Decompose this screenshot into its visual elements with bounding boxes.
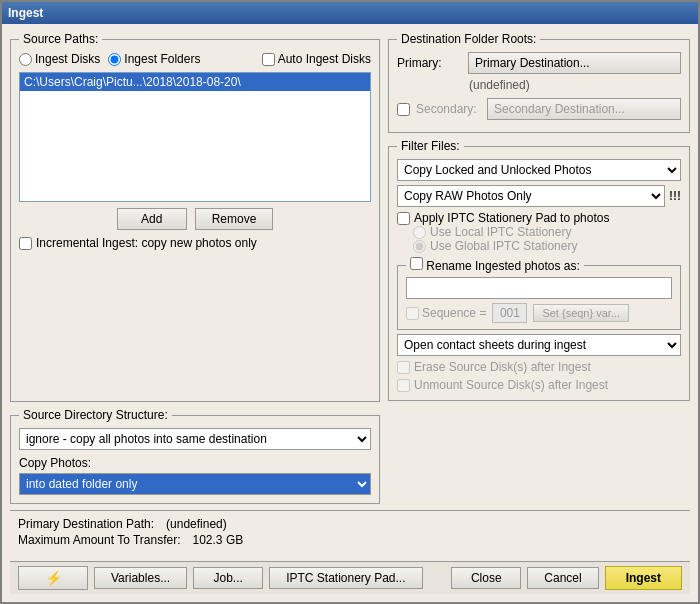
ingest-window: Ingest Source Paths: Ingest Disks Inges	[0, 0, 700, 604]
primary-path-value: (undefined)	[166, 517, 227, 531]
exclaim-text: !!!	[669, 189, 681, 203]
iptc-global-label: Use Global IPTC Stationery	[430, 239, 577, 253]
auto-ingest-checkbox[interactable]	[262, 53, 275, 66]
filter2-row: Copy RAW Photos Only Copy All Photos Cop…	[397, 185, 681, 207]
lightning-button[interactable]: ⚡	[18, 566, 88, 590]
ingest-disks-radio[interactable]	[19, 53, 32, 66]
close-button[interactable]: Close	[451, 567, 521, 589]
incremental-checkbox[interactable]	[19, 237, 32, 250]
copy-photos-label: Copy Photos:	[19, 456, 371, 470]
seq-checkbox	[406, 307, 419, 320]
secondary-dest-row: Secondary: Secondary Destination...	[397, 98, 681, 120]
filter-fieldset: Filter Files: Copy Locked and Unlocked P…	[388, 139, 690, 401]
contact-sheets-select[interactable]: Open contact sheets during ingest Do not…	[397, 334, 681, 356]
incremental-label: Incremental Ingest: copy new photos only	[36, 236, 257, 250]
unmount-row: Unmount Source Disk(s) after Ingest	[397, 378, 681, 392]
iptc-pad-button[interactable]: IPTC Stationery Pad...	[269, 567, 422, 589]
footer-btns: ⚡ Variables... Job... IPTC Stationery Pa…	[10, 561, 690, 594]
title-bar: Ingest	[2, 2, 698, 24]
left-panel: Source Paths: Ingest Disks Ingest Folder…	[10, 32, 380, 504]
unmount-label: Unmount Source Disk(s) after Ingest	[414, 378, 608, 392]
erase-checkbox	[397, 361, 410, 374]
primary-undefined: (undefined)	[469, 78, 681, 92]
incremental-row: Incremental Ingest: copy new photos only	[19, 236, 371, 250]
seq-btn[interactable]: Set {seqn} var...	[533, 304, 629, 322]
seq-label: Sequence =	[422, 306, 486, 320]
add-button[interactable]: Add	[117, 208, 187, 230]
iptc-apply-checkbox[interactable]	[397, 212, 410, 225]
window-title: Ingest	[8, 6, 43, 20]
file-list[interactable]: C:\Users\Craig\Pictu...\2018\2018-08-20\	[19, 72, 371, 202]
source-paths-fieldset: Source Paths: Ingest Disks Ingest Folder…	[10, 32, 380, 402]
primary-path-label: Primary Destination Path:	[18, 517, 154, 531]
dest-legend: Destination Folder Roots:	[397, 32, 540, 46]
seq-input	[492, 303, 527, 323]
copy-photos-select[interactable]: into dated folder only into folder by da…	[19, 473, 371, 495]
max-transfer-value: 102.3 GB	[193, 533, 244, 547]
iptc-global-row: Use Global IPTC Stationery	[413, 239, 681, 253]
primary-dest-row: Primary: Primary Destination...	[397, 52, 681, 74]
source-dir-select[interactable]: ignore - copy all photos into same desti…	[19, 428, 371, 450]
rename-legend: Rename Ingested photos as:	[406, 257, 584, 273]
primary-path-row: Primary Destination Path: (undefined)	[18, 517, 682, 531]
iptc-section: Apply IPTC Stationery Pad to photos Use …	[397, 211, 681, 253]
source-radio-row: Ingest Disks Ingest Folders Auto Ingest …	[19, 52, 371, 66]
erase-row: Erase Source Disk(s) after Ingest	[397, 360, 681, 374]
ingest-folders-label[interactable]: Ingest Folders	[108, 52, 200, 66]
rename-checkbox[interactable]	[410, 257, 423, 270]
seq-row: Sequence = Set {seqn} var...	[406, 303, 672, 323]
file-list-item[interactable]: C:\Users\Craig\Pictu...\2018\2018-08-20\	[20, 73, 370, 91]
max-transfer-label: Maximum Amount To Transfer:	[18, 533, 181, 547]
rename-fieldset: Rename Ingested photos as: Sequence = Se…	[397, 257, 681, 330]
iptc-local-row: Use Local IPTC Stationery	[413, 225, 681, 239]
iptc-global-radio	[413, 240, 426, 253]
bottom-info: Primary Destination Path: (undefined) Ma…	[10, 510, 690, 555]
auto-ingest-row: Auto Ingest Disks	[262, 52, 371, 66]
primary-dest-button[interactable]: Primary Destination...	[468, 52, 681, 74]
secondary-label: Secondary:	[416, 102, 481, 116]
add-remove-row: Add Remove	[19, 208, 371, 230]
secondary-checkbox[interactable]	[397, 103, 410, 116]
remove-button[interactable]: Remove	[195, 208, 274, 230]
lightning-icon: ⚡	[45, 570, 62, 586]
dest-fieldset: Destination Folder Roots: Primary: Prima…	[388, 32, 690, 133]
max-transfer-row: Maximum Amount To Transfer: 102.3 GB	[18, 533, 682, 547]
job-button[interactable]: Job...	[193, 567, 263, 589]
variables-button[interactable]: Variables...	[94, 567, 187, 589]
primary-label: Primary:	[397, 56, 462, 70]
filter1-row: Copy Locked and Unlocked Photos Copy Loc…	[397, 159, 681, 181]
ingest-folders-radio[interactable]	[108, 53, 121, 66]
erase-label: Erase Source Disk(s) after Ingest	[414, 360, 591, 374]
auto-ingest-label: Auto Ingest Disks	[278, 52, 371, 66]
ingest-button[interactable]: Ingest	[605, 566, 682, 590]
cancel-button[interactable]: Cancel	[527, 567, 598, 589]
ingest-disks-label[interactable]: Ingest Disks	[19, 52, 100, 66]
filter-legend: Filter Files:	[397, 139, 464, 153]
iptc-local-radio	[413, 226, 426, 239]
right-panel: Destination Folder Roots: Primary: Prima…	[388, 32, 690, 504]
seq-checkbox-row: Sequence =	[406, 306, 486, 320]
iptc-apply-label: Apply IPTC Stationery Pad to photos	[414, 211, 609, 225]
source-dir-fieldset: Source Directory Structure: ignore - cop…	[10, 408, 380, 504]
iptc-local-label: Use Local IPTC Stationery	[430, 225, 571, 239]
unmount-checkbox	[397, 379, 410, 392]
source-paths-legend: Source Paths:	[19, 32, 102, 46]
filter1-select[interactable]: Copy Locked and Unlocked Photos Copy Loc…	[397, 159, 681, 181]
iptc-apply-row: Apply IPTC Stationery Pad to photos	[397, 211, 681, 225]
source-dir-legend: Source Directory Structure:	[19, 408, 172, 422]
rename-input[interactable]	[406, 277, 672, 299]
filter2-select[interactable]: Copy RAW Photos Only Copy All Photos Cop…	[397, 185, 665, 207]
secondary-dest-button[interactable]: Secondary Destination...	[487, 98, 681, 120]
